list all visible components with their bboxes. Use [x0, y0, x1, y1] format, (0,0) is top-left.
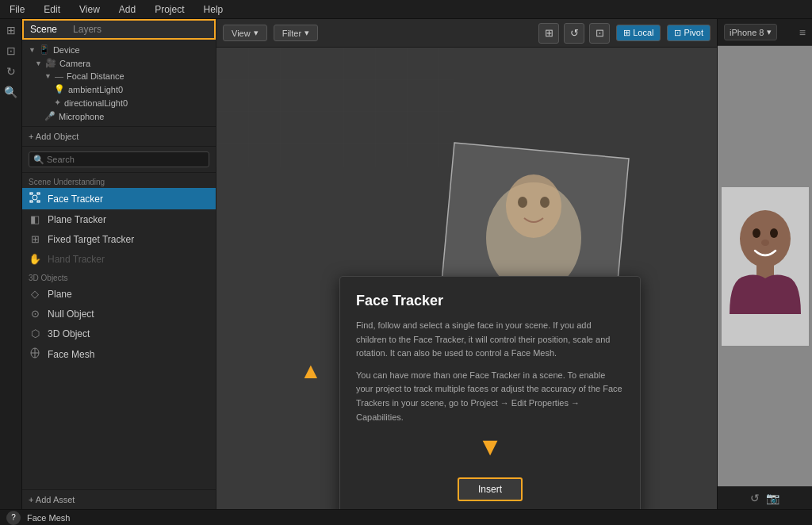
local-badge[interactable]: ⊞ Local	[616, 25, 661, 41]
main-layout: ⊞ ⊡ ↻ 🔍 Scene Layers ▼ 📱 Device ▼	[0, 19, 812, 509]
device-selector[interactable]: iPhone 8 ▾	[724, 24, 777, 40]
preview-screenshot-btn[interactable]: 📷	[766, 492, 779, 504]
label-device: Device	[53, 45, 80, 55]
yellow-arrow-container: ▼	[356, 432, 624, 462]
device-chevron-icon: ▾	[767, 27, 772, 37]
pivot-badge[interactable]: ⊡ Pivot	[667, 25, 710, 41]
preview-viewport	[718, 46, 812, 486]
device-label: iPhone 8	[730, 28, 764, 37]
filter-button[interactable]: Filter ▾	[274, 25, 318, 41]
local-icon: ⊞	[623, 28, 630, 37]
face-mesh-label: Face Mesh	[48, 349, 94, 360]
hamburger-icon[interactable]: ≡	[799, 26, 806, 39]
tree-item-microphone[interactable]: 🎤 Microphone	[22, 109, 216, 123]
toolbar-icons: ⊞ ↺ ⊡	[538, 23, 610, 44]
tree-item-directional[interactable]: ✦ directionalLight0	[22, 96, 216, 109]
tool-transform[interactable]: ⊡	[3, 43, 19, 59]
label-ambient: ambientLight0	[68, 85, 123, 94]
list-item-3d-object[interactable]: ⬡ 3D Object	[22, 324, 216, 343]
search-icon: 🔍	[33, 155, 44, 165]
hand-tracker-icon: ✋	[29, 253, 41, 265]
null-object-label: Null Object	[48, 308, 94, 320]
right-panel: iPhone 8 ▾ ≡	[717, 19, 812, 509]
menu-file[interactable]: File	[6, 2, 28, 17]
icon-focal: —	[55, 71, 63, 81]
view-button[interactable]: View ▾	[223, 25, 267, 41]
svg-rect-2	[30, 201, 33, 202]
scene-tree: ▼ 📱 Device ▼ 🎥 Camera ▼ — Focal Distance…	[22, 40, 216, 126]
list-item-face-tracker[interactable]: Face Tracker	[22, 188, 216, 209]
menubar: File Edit View Add Project Help	[0, 0, 812, 19]
arrow-camera: ▼	[35, 59, 42, 67]
help-icon[interactable]: ?	[6, 511, 21, 525]
tree-item-device[interactable]: ▼ 📱 Device	[22, 43, 216, 56]
svg-point-16	[506, 174, 561, 238]
viewport-3d[interactable]: ▲ Face Tracker Find, follow and select a…	[216, 48, 717, 509]
tool-layers[interactable]: ⊞	[3, 22, 19, 38]
preview-refresh-btn[interactable]: ↺	[750, 492, 760, 504]
arrow-focal: ▼	[44, 72, 52, 80]
menu-add[interactable]: Add	[116, 2, 139, 17]
svg-point-23	[770, 228, 778, 238]
list-item-fixed-target-tracker[interactable]: ⊞ Fixed Target Tracker	[22, 229, 216, 249]
menu-project[interactable]: Project	[151, 2, 187, 17]
icon-ambient: 💡	[54, 84, 65, 94]
preview-person-svg	[722, 187, 809, 346]
svg-point-20	[740, 210, 791, 267]
list-item-plane[interactable]: ◇ Plane	[22, 284, 216, 304]
bottom-bar: ? Face Mesh	[0, 509, 812, 525]
layers-label: Layers	[73, 24, 102, 35]
face-tracker-icon	[29, 192, 41, 205]
svg-point-4	[33, 195, 37, 200]
svg-rect-3	[37, 201, 40, 202]
insert-button[interactable]: Insert	[458, 477, 523, 501]
add-asset-label: + Add Asset	[29, 495, 75, 504]
plane-tracker-label: Plane Tracker	[48, 214, 106, 225]
list-item-plane-tracker[interactable]: ◧ Plane Tracker	[22, 209, 216, 229]
list-item-face-mesh[interactable]: Face Mesh	[22, 343, 216, 365]
svg-point-24	[761, 240, 769, 246]
menu-help[interactable]: Help	[201, 2, 227, 17]
preview-controls: ↺ 📷	[718, 486, 812, 509]
search-bar: 🔍	[22, 147, 216, 173]
add-asset-button[interactable]: + Add Asset	[22, 489, 216, 509]
plane-label: Plane	[48, 289, 72, 300]
label-directional: directionalLight0	[64, 98, 128, 108]
scene-panel-header: Scene Layers	[22, 19, 216, 40]
popup-text-1: Find, follow and select a single face in…	[356, 319, 624, 361]
tree-item-focal[interactable]: ▼ — Focal Distance	[22, 70, 216, 82]
svg-point-22	[753, 228, 760, 238]
view-chevron: ▾	[254, 28, 259, 38]
add-object-button[interactable]: + Add Object	[22, 126, 216, 146]
3d-object-label: 3D Object	[48, 328, 90, 339]
tool-rotate[interactable]: ↻	[3, 63, 19, 79]
tree-item-ambient[interactable]: 💡 ambientLight0	[22, 82, 216, 96]
popup-title: Face Tracker	[356, 293, 624, 309]
viewport: View ▾ Filter ▾ ⊞ ↺ ⊡ ⊞ Local ⊡ Pivot	[216, 19, 717, 509]
up-arrow-indicator: ▲	[300, 358, 322, 384]
add-object-label: + Add Object	[29, 132, 79, 141]
category-scene-understanding: Scene Understanding	[22, 173, 216, 188]
grid-icon-btn[interactable]: ⊞	[538, 23, 559, 44]
frame-icon-btn[interactable]: ⊡	[589, 23, 610, 44]
menu-view[interactable]: View	[76, 2, 103, 17]
label-microphone: Microphone	[59, 112, 104, 121]
search-input[interactable]	[29, 151, 209, 167]
hand-tracker-label: Hand Tracker	[48, 254, 105, 265]
tree-item-camera[interactable]: ▼ 🎥 Camera	[22, 56, 216, 70]
grid-canvas	[216, 48, 454, 167]
list-item-hand-tracker: ✋ Hand Tracker	[22, 249, 216, 269]
list-item-null-object[interactable]: ⊙ Null Object	[22, 304, 216, 324]
tool-search[interactable]: 🔍	[3, 84, 19, 100]
face-mesh-bottom-label: Face Mesh	[27, 513, 70, 523]
face-tracker-label: Face Tracker	[48, 194, 103, 205]
svg-rect-1	[37, 193, 40, 194]
yellow-down-arrow-icon: ▼	[477, 432, 503, 461]
arrow-device: ▼	[29, 46, 36, 54]
menu-edit[interactable]: Edit	[40, 2, 63, 17]
refresh-icon-btn[interactable]: ↺	[564, 23, 584, 44]
filter-chevron: ▾	[304, 28, 309, 38]
left-sidebar: Scene Layers ▼ 📱 Device ▼ 🎥 Camera ▼ —	[22, 19, 216, 509]
face-tracker-popup: Face Tracker Find, follow and select a s…	[339, 276, 641, 509]
popup-text-2: You can have more than one Face Tracker …	[356, 369, 624, 424]
